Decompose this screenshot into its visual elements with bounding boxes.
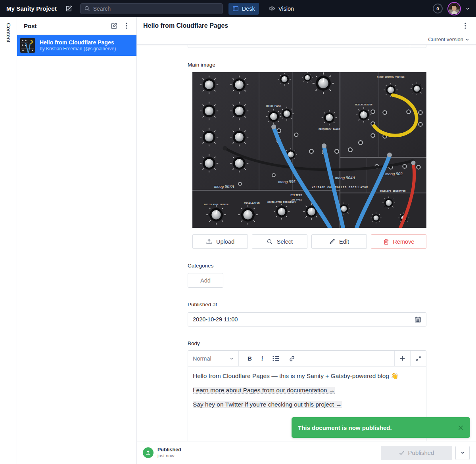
version-label: Current version	[428, 36, 463, 42]
published-at-input[interactable]: 2020-10-29 11:00	[188, 312, 426, 327]
block-style-select[interactable]: Normal	[188, 351, 239, 366]
svg-text:ENVELOPE GENERATOR: ENVELOPE GENERATOR	[380, 190, 406, 193]
svg-text:HIGH PASS: HIGH PASS	[266, 105, 281, 108]
tab-vision-label: Vision	[278, 6, 294, 12]
top-navbar: My Sanity Project Desk Vision 0	[0, 0, 476, 17]
insert-block-button[interactable]	[394, 351, 410, 366]
post-list-panel: Post Hello from Cloudflare Pages by Kris…	[17, 17, 137, 464]
document-title: Hello from Cloudflare Pages	[143, 22, 228, 29]
link-icon	[289, 355, 295, 362]
upload-button[interactable]: Upload	[192, 234, 248, 249]
pane-menu-button[interactable]	[121, 21, 132, 31]
main-image-preview[interactable]: HIGH PASS FREQUENCY RANGE REGENERATION F…	[192, 72, 426, 228]
plus-icon	[399, 355, 405, 361]
select-label: Select	[277, 239, 293, 245]
version-selector[interactable]: Current version	[137, 34, 476, 44]
project-title[interactable]: My Sanity Project	[6, 5, 57, 12]
tab-desk[interactable]: Desk	[228, 3, 259, 15]
document-form-scroll[interactable]: Main image	[137, 45, 476, 441]
compose-button[interactable]	[65, 5, 72, 12]
search-icon	[267, 239, 273, 245]
document-header: Hello from Cloudflare Pages Current vers…	[137, 17, 476, 45]
desk-icon	[232, 6, 239, 12]
svg-text:moog 904A: moog 904A	[335, 175, 355, 180]
content-rail: Content	[0, 17, 17, 464]
title-field-clipped[interactable]	[188, 45, 426, 48]
publish-status[interactable]: Published just now	[143, 447, 181, 458]
edit-label: Edit	[339, 239, 349, 245]
sidebar-item-content[interactable]: Content	[6, 23, 12, 464]
search-icon	[84, 6, 90, 11]
list-pane-header: Post	[17, 17, 136, 35]
tab-desk-label: Desk	[242, 6, 255, 12]
main-image-label: Main image	[188, 62, 426, 68]
edit-button[interactable]: Edit	[311, 234, 367, 249]
chevron-down-icon[interactable]	[466, 7, 470, 11]
categories-label: Categories	[188, 263, 426, 269]
toast-close-button[interactable]	[458, 425, 464, 431]
publish-status-title: Published	[157, 447, 181, 453]
svg-text:FIXED CONTROL VOLTAGE: FIXED CONTROL VOLTAGE	[377, 76, 405, 78]
body-link-twitter[interactable]: Say hey on Twitter if you're checking ou…	[193, 401, 342, 408]
check-icon	[399, 451, 405, 455]
kebab-menu-icon	[464, 23, 466, 29]
remove-button[interactable]: Remove	[371, 234, 426, 249]
svg-text:moog 907A: moog 907A	[214, 184, 234, 189]
close-icon	[458, 425, 464, 431]
svg-text:moog 995: moog 995	[278, 179, 296, 184]
publish-actions-chevron[interactable]	[455, 446, 470, 460]
presence-count-badge[interactable]: 0	[433, 4, 443, 13]
published-at-label: Published at	[188, 302, 426, 307]
compose-icon	[111, 23, 117, 29]
publish-status-time: just now	[157, 453, 181, 458]
publish-status-text: Published just now	[157, 447, 181, 458]
bullet-list-icon	[273, 355, 279, 361]
upload-label: Upload	[216, 239, 234, 245]
publish-toast: This document is now published.	[292, 417, 470, 438]
publish-button[interactable]: Published	[381, 446, 452, 460]
body-link-docs[interactable]: Learn more about Pages from our document…	[193, 387, 335, 394]
list-item-text: Hello from Cloudflare Pages by Kristian …	[40, 39, 116, 52]
chevron-down-icon	[461, 451, 465, 455]
chevron-down-icon	[465, 38, 469, 42]
calendar-icon[interactable]	[415, 316, 421, 323]
publish-button-label: Published	[408, 449, 434, 456]
bold-button[interactable]: B	[248, 355, 252, 362]
trash-icon	[383, 239, 389, 245]
svg-text:moog 902: moog 902	[385, 171, 403, 176]
tab-vision[interactable]: Vision	[265, 3, 298, 15]
pane-title: Post	[24, 23, 37, 29]
document-panel: Hello from Cloudflare Pages Current vers…	[137, 17, 476, 464]
body-label: Body	[188, 340, 426, 346]
document-menu-button[interactable]	[460, 21, 470, 31]
post-thumbnail	[20, 38, 35, 53]
editor-content[interactable]: Hello from Cloudflare Pages — this is my…	[188, 367, 426, 421]
svg-text:OSCILLATOR: OSCILLATOR	[244, 202, 259, 204]
kebab-menu-icon	[126, 23, 127, 29]
eye-icon	[269, 5, 275, 12]
list-item-title: Hello from Cloudflare Pages	[40, 39, 116, 46]
body-paragraph[interactable]: Hello from Cloudflare Pages — this is my…	[193, 372, 421, 379]
bullet-list-button[interactable]	[273, 355, 279, 361]
svg-text:OSCILLATOR DRIVER: OSCILLATOR DRIVER	[204, 203, 228, 206]
italic-button[interactable]: i	[261, 355, 263, 362]
toast-message: This document is now published.	[298, 424, 392, 431]
select-button[interactable]: Select	[252, 234, 307, 249]
user-avatar[interactable]	[447, 2, 461, 15]
remove-label: Remove	[393, 239, 415, 245]
link-button[interactable]	[289, 355, 295, 362]
expand-icon	[416, 356, 421, 361]
svg-text:OSCILLATOR FREQUENCY: OSCILLATOR FREQUENCY	[267, 201, 296, 204]
search-box[interactable]	[80, 3, 223, 14]
block-style-value: Normal	[193, 355, 211, 362]
fullscreen-button[interactable]	[410, 351, 426, 366]
avatar-photo	[449, 3, 460, 14]
new-document-button[interactable]	[109, 21, 119, 31]
editor-toolbar: Normal B i	[188, 351, 426, 367]
upload-icon	[206, 239, 212, 245]
published-at-value: 2020-10-29 11:00	[193, 316, 238, 323]
svg-text:VOLTAGE CONTROLLED OSCILLATOR: VOLTAGE CONTROLLED OSCILLATOR	[312, 186, 368, 189]
add-category-button[interactable]: Add	[188, 273, 223, 288]
list-item-post[interactable]: Hello from Cloudflare Pages by Kristian …	[17, 35, 136, 56]
search-input[interactable]	[93, 6, 219, 12]
